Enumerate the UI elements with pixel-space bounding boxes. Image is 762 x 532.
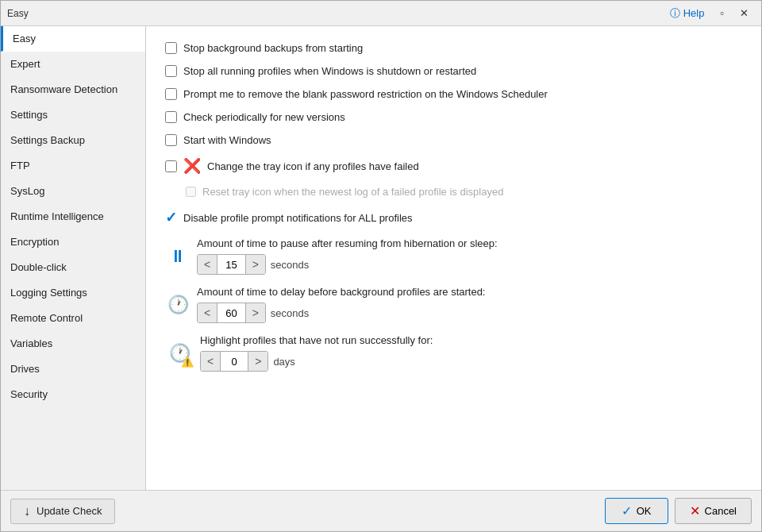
highlight-stepper: < 0 >	[200, 351, 268, 372]
hibernate-unit: seconds	[271, 259, 309, 271]
highlight-decrement-button[interactable]: <	[201, 352, 220, 371]
prompt-blank-checkbox[interactable]	[165, 88, 177, 100]
ok-label: OK	[637, 505, 652, 517]
cancel-label: Cancel	[705, 505, 737, 517]
sidebar-item-runtime[interactable]: Runtime Intelligence	[1, 204, 145, 229]
ok-check-icon: ✓	[622, 503, 632, 519]
background-stepper: < 60 >	[197, 303, 266, 323]
background-increment-button[interactable]: >	[246, 303, 265, 322]
option-check-versions: Check periodically for new versions	[165, 111, 742, 123]
option-start-windows: Start with Windows	[165, 134, 742, 146]
highlight-stepper-group: Highlight profiles that have not run suc…	[200, 334, 433, 372]
background-decrement-button[interactable]: <	[198, 303, 217, 322]
minimize-button[interactable]: ▫	[714, 6, 730, 21]
start-windows-checkbox[interactable]	[165, 134, 177, 146]
cancel-x-icon: ✕	[690, 503, 700, 519]
highlight-increment-button[interactable]: >	[248, 352, 267, 371]
title-bar: Easy ⓘ Help ▫ ✕	[1, 1, 761, 26]
sidebar-item-variables[interactable]: Variables	[1, 331, 145, 357]
main-window: Easy ⓘ Help ▫ ✕ Easy Expert Ransomware D…	[0, 0, 762, 532]
hibernate-section: ⏸ Amount of time to pause after resuming…	[165, 237, 742, 275]
option-prompt-blank: Prompt me to remove the blank password r…	[165, 88, 742, 100]
start-windows-label: Start with Windows	[183, 134, 271, 146]
check-versions-label: Check periodically for new versions	[183, 111, 345, 123]
hibernate-stepper-group: Amount of time to pause after resuming f…	[197, 237, 498, 275]
hibernate-decrement-button[interactable]: <	[198, 255, 217, 274]
sidebar-item-security[interactable]: Security	[1, 382, 145, 407]
stop-background-checkbox[interactable]	[165, 42, 177, 54]
clock-icon-container: 🕐	[165, 292, 190, 318]
bottom-bar: ↓ Update Check ✓ OK ✕ Cancel	[1, 490, 761, 531]
highlight-value: 0	[220, 352, 248, 371]
option-disable-prompt: ✓ Disable profile prompt notifications f…	[165, 209, 742, 226]
background-label: Amount of time to delay before backgroun…	[197, 286, 485, 298]
warning-clock-container: 🕐 ⚠️	[165, 339, 194, 368]
background-delay-section: 🕐 Amount of time to delay before backgro…	[165, 286, 742, 323]
background-stepper-group: Amount of time to delay before backgroun…	[197, 286, 485, 323]
dialog-buttons: ✓ OK ✕ Cancel	[605, 498, 752, 524]
content-area: Easy Expert Ransomware Detection Setting…	[1, 26, 761, 490]
change-tray-label: Change the tray icon if any profiles hav…	[207, 160, 419, 172]
main-panel: Stop background backups from starting St…	[146, 26, 761, 490]
stop-background-label: Stop background backups from starting	[183, 42, 363, 54]
pause-icon-container: ⏸	[165, 244, 190, 269]
hibernate-stepper: < 15 >	[197, 254, 266, 275]
hibernate-increment-button[interactable]: >	[246, 255, 265, 274]
highlight-section: 🕐 ⚠️ Highlight profiles that have not ru…	[165, 334, 742, 372]
pause-icon: ⏸	[169, 246, 187, 267]
hibernate-label: Amount of time to pause after resuming f…	[197, 237, 498, 249]
sidebar-item-drives[interactable]: Drives	[1, 357, 145, 382]
sidebar-item-ransomware[interactable]: Ransomware Detection	[1, 77, 145, 102]
sidebar-item-encryption[interactable]: Encryption	[1, 229, 145, 255]
stop-running-label: Stop all running profiles when Windows i…	[183, 65, 476, 77]
option-stop-running: Stop all running profiles when Windows i…	[165, 65, 742, 77]
sidebar-item-syslog[interactable]: SysLog	[1, 179, 145, 204]
prompt-blank-label: Prompt me to remove the blank password r…	[183, 88, 548, 100]
highlight-label: Highlight profiles that have not run suc…	[200, 334, 433, 346]
background-stepper-row: < 60 > seconds	[197, 303, 485, 323]
download-icon: ↓	[24, 504, 30, 519]
hibernate-stepper-row: < 15 > seconds	[197, 254, 498, 275]
option-reset-tray: Reset tray icon when the newest log of a…	[186, 186, 742, 198]
highlight-stepper-row: < 0 > days	[200, 351, 433, 372]
hibernate-value: 15	[217, 255, 245, 274]
clock-icon: 🕐	[167, 295, 189, 315]
background-value: 60	[217, 303, 245, 322]
change-tray-checkbox[interactable]	[165, 160, 177, 172]
option-change-tray: ❌ Change the tray icon if any profiles h…	[165, 157, 742, 175]
stop-running-checkbox[interactable]	[165, 65, 177, 77]
sidebar-item-doubleclick[interactable]: Double-click	[1, 255, 145, 280]
option-stop-background: Stop background backups from starting	[165, 42, 742, 54]
sidebar-item-settings-backup[interactable]: Settings Backup	[1, 128, 145, 153]
ok-button[interactable]: ✓ OK	[605, 498, 668, 524]
check-versions-checkbox[interactable]	[165, 111, 177, 123]
reset-tray-label: Reset tray icon when the newest log of a…	[202, 186, 503, 198]
title-bar-controls: ⓘ Help ▫ ✕	[664, 5, 755, 22]
background-unit: seconds	[271, 307, 309, 319]
tray-fail-icon: ❌	[183, 157, 201, 175]
highlight-unit: days	[273, 356, 294, 368]
sidebar-item-ftp[interactable]: FTP	[1, 153, 145, 179]
sidebar-item-logging[interactable]: Logging Settings	[1, 280, 145, 306]
help-button[interactable]: ⓘ Help	[664, 5, 711, 22]
update-check-label: Update Check	[37, 505, 102, 517]
disable-prompt-label: Disable profile prompt notifications for…	[183, 212, 413, 224]
sidebar-item-settings[interactable]: Settings	[1, 102, 145, 128]
update-check-button[interactable]: ↓ Update Check	[10, 499, 115, 524]
window-title: Easy	[7, 8, 29, 19]
sidebar: Easy Expert Ransomware Detection Setting…	[1, 26, 146, 490]
close-button[interactable]: ✕	[733, 6, 755, 21]
sidebar-item-easy[interactable]: Easy	[1, 26, 145, 52]
reset-tray-checkbox[interactable]	[186, 187, 196, 197]
sidebar-item-expert[interactable]: Expert	[1, 52, 145, 77]
sidebar-item-remote[interactable]: Remote Control	[1, 306, 145, 331]
checked-icon: ✓	[165, 209, 177, 226]
help-icon: ⓘ	[670, 6, 680, 21]
cancel-button[interactable]: ✕ Cancel	[675, 498, 752, 524]
warning-badge-icon: ⚠️	[181, 356, 194, 368]
